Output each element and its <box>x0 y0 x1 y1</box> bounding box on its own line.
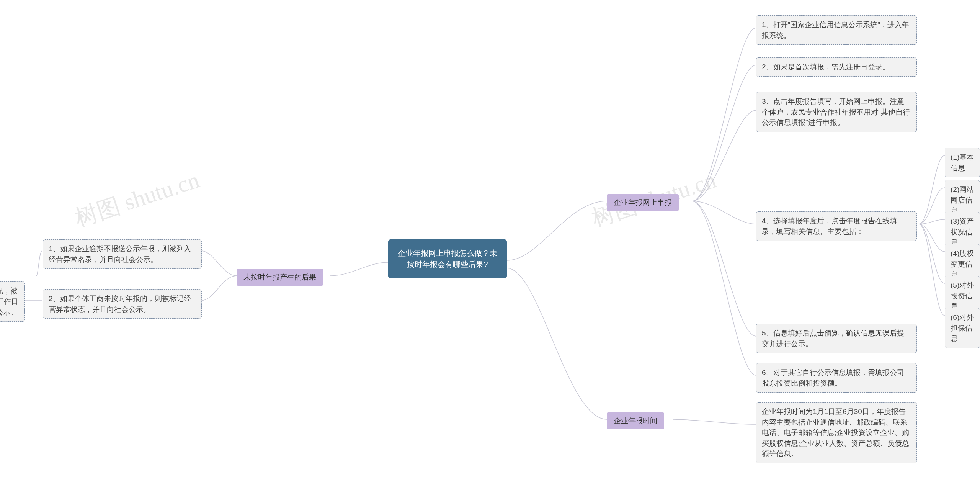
mindmap-canvas: 树图 shutu.cn 树图 shutu.cn <box>0 0 980 504</box>
leaf-step-3[interactable]: 3、点击年度报告填写，开始网上申报。注意个体户，农民专业合作社年报不用对"其他自… <box>756 92 917 132</box>
leaf-step-6[interactable]: 6、对于其它自行公示信息填报，需填报公司股东投资比例和投资额。 <box>756 363 917 393</box>
leaf-step4-sub-6[interactable]: (6)对外担保信息 <box>945 308 980 348</box>
leaf-consequence-note[interactable]: 注意：如果企业报送年报隐瞒真实情况，被工商行政管理部门查实后，将在10个工作日内… <box>0 281 25 322</box>
leaf-step4-sub-1[interactable]: (1)基本信息 <box>945 148 980 177</box>
leaf-step-4[interactable]: 4、选择填报年度后，点击年度报告在线填录，填写相关信息。主要包括： <box>756 211 917 241</box>
category-online-report[interactable]: 企业年报网上申报 <box>607 194 679 211</box>
leaf-consequence-2[interactable]: 2、如果个体工商未按时年报的，则被标记经营异常状态，并且向社会公示。 <box>43 289 202 319</box>
leaf-report-time-text[interactable]: 企业年报时间为1月1日至6月30日，年度报告内容主要包括企业通信地址、邮政编码、… <box>756 402 917 463</box>
category-consequences[interactable]: 未按时年报产生的后果 <box>237 269 323 286</box>
category-report-time[interactable]: 企业年报时间 <box>607 412 664 429</box>
leaf-consequence-1[interactable]: 1、如果企业逾期不报送公示年报，则被列入经营异常名录，并且向社会公示。 <box>43 239 202 269</box>
leaf-step-2[interactable]: 2、如果是首次填报，需先注册再登录。 <box>756 57 917 77</box>
leaf-step-5[interactable]: 5、信息填好后点击预览，确认信息无误后提交并进行公示。 <box>756 324 917 353</box>
watermark-1: 树图 shutu.cn <box>71 165 203 234</box>
leaf-step-1[interactable]: 1、打开"国家企业信用信息公示系统"，进入年报系统。 <box>756 15 917 45</box>
root-node[interactable]: 企业年报网上申报怎么做？未按时年报会有哪些后果? <box>388 239 507 278</box>
